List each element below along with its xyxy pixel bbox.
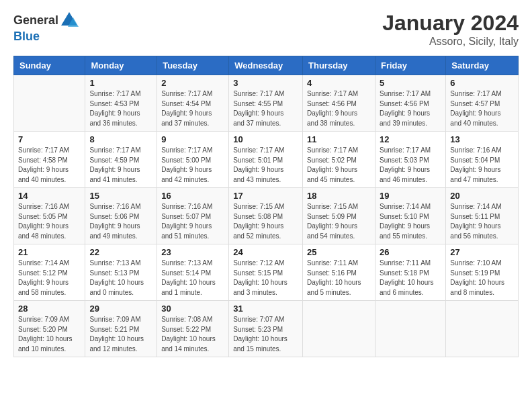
calendar-cell: 2Sunrise: 7:17 AM Sunset: 4:54 PM Daylig…	[157, 75, 229, 132]
day-number: 29	[89, 304, 152, 314]
calendar-cell: 31Sunrise: 7:07 AM Sunset: 5:23 PM Dayli…	[229, 301, 303, 357]
day-info: Sunrise: 7:16 AM Sunset: 5:06 PM Dayligh…	[89, 202, 152, 241]
day-header-monday: Monday	[85, 56, 157, 75]
day-number: 23	[161, 247, 224, 257]
day-info: Sunrise: 7:17 AM Sunset: 4:54 PM Dayligh…	[161, 89, 224, 128]
calendar-cell: 25Sunrise: 7:11 AM Sunset: 5:16 PM Dayli…	[303, 244, 375, 301]
day-info: Sunrise: 7:08 AM Sunset: 5:22 PM Dayligh…	[161, 315, 224, 354]
day-info: Sunrise: 7:15 AM Sunset: 5:08 PM Dayligh…	[233, 202, 298, 241]
calendar-cell: 11Sunrise: 7:17 AM Sunset: 5:02 PM Dayli…	[303, 132, 375, 188]
calendar-week-row: 1Sunrise: 7:17 AM Sunset: 4:53 PM Daylig…	[14, 75, 519, 132]
day-header-sunday: Sunday	[14, 56, 85, 75]
day-info: Sunrise: 7:17 AM Sunset: 5:01 PM Dayligh…	[233, 146, 298, 185]
day-header-tuesday: Tuesday	[157, 56, 229, 75]
calendar-cell: 26Sunrise: 7:11 AM Sunset: 5:18 PM Dayli…	[375, 244, 445, 301]
calendar-cell: 8Sunrise: 7:17 AM Sunset: 4:59 PM Daylig…	[85, 132, 157, 188]
day-number: 31	[233, 304, 298, 314]
day-info: Sunrise: 7:17 AM Sunset: 4:58 PM Dayligh…	[18, 146, 81, 185]
day-info: Sunrise: 7:09 AM Sunset: 5:20 PM Dayligh…	[18, 315, 81, 354]
day-number: 11	[307, 134, 371, 144]
day-info: Sunrise: 7:11 AM Sunset: 5:18 PM Dayligh…	[380, 259, 441, 298]
location-title: Assoro, Sicily, Italy	[382, 36, 519, 48]
day-number: 28	[18, 304, 81, 314]
day-number: 1	[89, 78, 152, 88]
day-number: 4	[307, 78, 371, 88]
day-header-friday: Friday	[375, 56, 445, 75]
day-number: 25	[307, 247, 371, 257]
calendar-cell: 3Sunrise: 7:17 AM Sunset: 4:55 PM Daylig…	[229, 75, 303, 132]
calendar-cell: 22Sunrise: 7:13 AM Sunset: 5:13 PM Dayli…	[85, 244, 157, 301]
calendar-cell: 21Sunrise: 7:14 AM Sunset: 5:12 PM Dayli…	[14, 244, 85, 301]
calendar-cell: 20Sunrise: 7:14 AM Sunset: 5:11 PM Dayli…	[446, 188, 519, 244]
calendar-cell: 23Sunrise: 7:13 AM Sunset: 5:14 PM Dayli…	[157, 244, 229, 301]
logo-general-text: General	[13, 13, 58, 28]
calendar-cell: 1Sunrise: 7:17 AM Sunset: 4:53 PM Daylig…	[85, 75, 157, 132]
day-number: 12	[380, 134, 441, 144]
day-number: 5	[380, 78, 441, 88]
calendar-table: SundayMondayTuesdayWednesdayThursdayFrid…	[13, 56, 519, 357]
header: General Blue January 2024 Assoro, Sicily…	[13, 11, 519, 48]
calendar-cell: 18Sunrise: 7:15 AM Sunset: 5:09 PM Dayli…	[303, 188, 375, 244]
day-info: Sunrise: 7:17 AM Sunset: 4:53 PM Dayligh…	[89, 89, 152, 128]
day-info: Sunrise: 7:11 AM Sunset: 5:16 PM Dayligh…	[307, 259, 371, 298]
day-info: Sunrise: 7:14 AM Sunset: 5:11 PM Dayligh…	[450, 202, 514, 241]
day-header-thursday: Thursday	[303, 56, 375, 75]
day-number: 13	[450, 134, 514, 144]
day-header-wednesday: Wednesday	[229, 56, 303, 75]
calendar-cell: 9Sunrise: 7:17 AM Sunset: 5:00 PM Daylig…	[157, 132, 229, 188]
day-number: 20	[450, 191, 514, 201]
day-info: Sunrise: 7:17 AM Sunset: 4:56 PM Dayligh…	[380, 89, 441, 128]
day-info: Sunrise: 7:17 AM Sunset: 4:59 PM Dayligh…	[89, 146, 152, 185]
day-number: 26	[380, 247, 441, 257]
day-info: Sunrise: 7:17 AM Sunset: 5:02 PM Dayligh…	[307, 146, 371, 185]
logo: General Blue	[13, 11, 79, 44]
calendar-cell	[375, 301, 445, 357]
calendar-week-row: 7Sunrise: 7:17 AM Sunset: 4:58 PM Daylig…	[14, 132, 519, 188]
day-number: 6	[450, 78, 514, 88]
day-info: Sunrise: 7:16 AM Sunset: 5:05 PM Dayligh…	[18, 202, 81, 241]
calendar-cell	[303, 301, 375, 357]
day-info: Sunrise: 7:14 AM Sunset: 5:10 PM Dayligh…	[380, 202, 441, 241]
calendar-cell	[14, 75, 85, 132]
calendar-cell: 6Sunrise: 7:17 AM Sunset: 4:57 PM Daylig…	[446, 75, 519, 132]
day-number: 30	[161, 304, 224, 314]
day-number: 3	[233, 78, 298, 88]
calendar-week-row: 28Sunrise: 7:09 AM Sunset: 5:20 PM Dayli…	[14, 301, 519, 357]
day-number: 10	[233, 134, 298, 144]
day-info: Sunrise: 7:09 AM Sunset: 5:21 PM Dayligh…	[89, 315, 152, 354]
day-number: 15	[89, 191, 152, 201]
day-info: Sunrise: 7:07 AM Sunset: 5:23 PM Dayligh…	[233, 315, 298, 354]
calendar-cell: 27Sunrise: 7:10 AM Sunset: 5:19 PM Dayli…	[446, 244, 519, 301]
calendar-cell: 14Sunrise: 7:16 AM Sunset: 5:05 PM Dayli…	[14, 188, 85, 244]
day-info: Sunrise: 7:17 AM Sunset: 4:55 PM Dayligh…	[233, 89, 298, 128]
day-info: Sunrise: 7:17 AM Sunset: 4:57 PM Dayligh…	[450, 89, 514, 128]
day-info: Sunrise: 7:17 AM Sunset: 4:56 PM Dayligh…	[307, 89, 371, 128]
day-info: Sunrise: 7:15 AM Sunset: 5:09 PM Dayligh…	[307, 202, 371, 241]
calendar-cell: 17Sunrise: 7:15 AM Sunset: 5:08 PM Dayli…	[229, 188, 303, 244]
day-number: 8	[89, 134, 152, 144]
day-number: 9	[161, 134, 224, 144]
calendar-cell: 7Sunrise: 7:17 AM Sunset: 4:58 PM Daylig…	[14, 132, 85, 188]
calendar-cell: 24Sunrise: 7:12 AM Sunset: 5:15 PM Dayli…	[229, 244, 303, 301]
calendar-cell: 19Sunrise: 7:14 AM Sunset: 5:10 PM Dayli…	[375, 188, 445, 244]
calendar-cell: 13Sunrise: 7:16 AM Sunset: 5:04 PM Dayli…	[446, 132, 519, 188]
logo-icon	[60, 11, 79, 30]
page: General Blue January 2024 Assoro, Sicily…	[0, 0, 532, 368]
day-number: 16	[161, 191, 224, 201]
calendar-cell: 29Sunrise: 7:09 AM Sunset: 5:21 PM Dayli…	[85, 301, 157, 357]
day-number: 2	[161, 78, 224, 88]
calendar-cell: 12Sunrise: 7:17 AM Sunset: 5:03 PM Dayli…	[375, 132, 445, 188]
day-info: Sunrise: 7:16 AM Sunset: 5:04 PM Dayligh…	[450, 146, 514, 185]
logo-blue-text: Blue	[13, 30, 40, 44]
month-title: January 2024	[382, 11, 519, 36]
day-number: 22	[89, 247, 152, 257]
calendar-cell: 16Sunrise: 7:16 AM Sunset: 5:07 PM Dayli…	[157, 188, 229, 244]
day-number: 27	[450, 247, 514, 257]
calendar-cell: 28Sunrise: 7:09 AM Sunset: 5:20 PM Dayli…	[14, 301, 85, 357]
day-number: 24	[233, 247, 298, 257]
day-header-saturday: Saturday	[446, 56, 519, 75]
day-number: 19	[380, 191, 441, 201]
day-number: 18	[307, 191, 371, 201]
day-number: 14	[18, 191, 81, 201]
calendar-cell: 5Sunrise: 7:17 AM Sunset: 4:56 PM Daylig…	[375, 75, 445, 132]
